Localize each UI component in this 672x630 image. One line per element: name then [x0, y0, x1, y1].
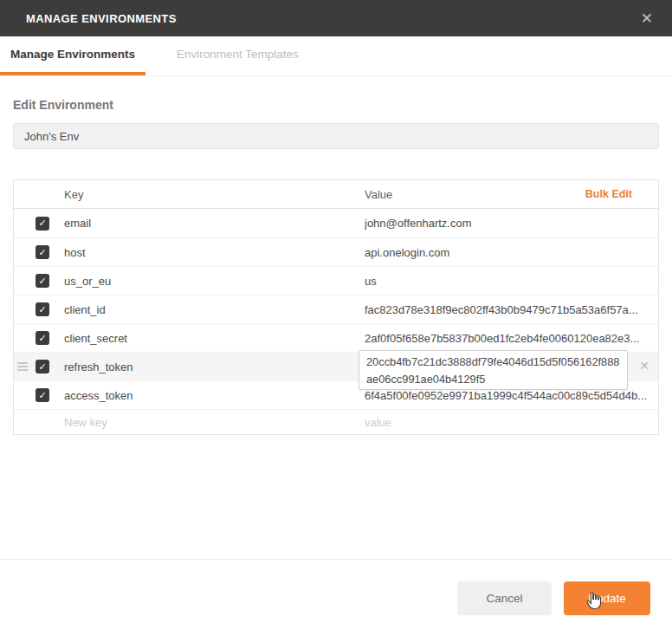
- remove-row-icon[interactable]: ✕: [636, 357, 653, 374]
- kv-table: Key Value Bulk Edit ✓ email john@offenha…: [13, 179, 659, 435]
- check-icon: ✓: [38, 391, 46, 400]
- cancel-button[interactable]: Cancel: [457, 581, 552, 615]
- bulk-edit-link[interactable]: Bulk Edit: [585, 188, 646, 201]
- table-header-row: Key Value Bulk Edit: [14, 180, 658, 209]
- check-icon: ✓: [38, 305, 46, 315]
- row-key[interactable]: refresh_token: [64, 360, 365, 373]
- check-icon: ✓: [38, 276, 46, 286]
- key-column-header: Key: [64, 188, 365, 201]
- check-icon: ✓: [38, 362, 46, 372]
- value-column-header: Value: [365, 188, 392, 201]
- table-row-client-id: ✓ client_id fac823d78e318f9ec802ff43b0b9…: [14, 295, 658, 323]
- check-icon: ✓: [38, 218, 46, 228]
- row-key[interactable]: client_secret: [64, 332, 365, 345]
- row-key[interactable]: host: [64, 246, 365, 259]
- section-heading: Edit Environment: [13, 98, 659, 112]
- row-checkbox[interactable]: ✓: [36, 331, 49, 345]
- row-checkbox[interactable]: ✓: [36, 388, 49, 402]
- row-value[interactable]: api.onelogin.com: [365, 246, 658, 259]
- new-value-input[interactable]: [365, 416, 646, 429]
- tab-manage-environments[interactable]: Manage Environments: [0, 36, 145, 75]
- row-checkbox[interactable]: ✓: [36, 274, 49, 288]
- dialog-title: MANAGE ENVIRONMENTS: [26, 12, 177, 25]
- new-key-input[interactable]: [64, 416, 356, 429]
- row-checkbox[interactable]: ✓: [36, 217, 49, 231]
- table-row-new: [14, 409, 658, 434]
- row-value[interactable]: john@offenhartz.com: [365, 217, 658, 230]
- check-icon: ✓: [38, 248, 46, 257]
- dialog-body: Edit Environment Key Value Bulk Edit ✓ e…: [0, 98, 672, 435]
- row-key[interactable]: client_id: [64, 303, 365, 316]
- row-value[interactable]: 2af0f05f658e7b5837b00ed1fc2eb4fe0060120e…: [365, 332, 658, 345]
- row-value[interactable]: fac823d78e318f9ec802ff43b0b9479c71b5a53a…: [365, 303, 658, 316]
- drag-handle-icon[interactable]: [17, 363, 28, 371]
- row-key[interactable]: access_token: [64, 389, 365, 402]
- tab-bar: Manage Environments Environment Template…: [0, 36, 672, 76]
- row-checkbox[interactable]: ✓: [36, 302, 49, 316]
- refresh-token-value-editor[interactable]: 20ccb4fb7c21dc3888df79fe4046d15d5f056162…: [359, 350, 628, 390]
- table-row-client-secret: ✓ client_secret 2af0f05f658e7b5837b00ed1…: [14, 323, 658, 352]
- update-button[interactable]: Update: [564, 581, 650, 615]
- dialog-titlebar: MANAGE ENVIRONMENTS ✕: [0, 0, 672, 36]
- environment-name-input[interactable]: [13, 123, 659, 149]
- manage-environments-dialog: MANAGE ENVIRONMENTS ✕ Manage Environment…: [0, 0, 672, 630]
- row-checkbox[interactable]: ✓: [36, 245, 49, 259]
- row-key[interactable]: us_or_eu: [64, 275, 365, 288]
- check-icon: ✓: [38, 334, 46, 343]
- table-row-us-or-eu: ✓ us_or_eu us: [14, 266, 658, 295]
- row-checkbox[interactable]: ✓: [36, 360, 49, 373]
- row-value[interactable]: us: [365, 275, 658, 288]
- dialog-footer: Cancel Update: [0, 559, 672, 630]
- tab-environment-templates[interactable]: Environment Templates: [166, 36, 309, 75]
- row-value[interactable]: 6f4a5f00fe0952e9971ba1999c4f544ac00c89c5…: [365, 389, 658, 402]
- table-row-host: ✓ host api.onelogin.com: [14, 237, 658, 266]
- row-key[interactable]: email: [64, 217, 365, 230]
- table-row-email: ✓ email john@offenhartz.com: [14, 209, 658, 237]
- close-icon[interactable]: ✕: [637, 10, 656, 28]
